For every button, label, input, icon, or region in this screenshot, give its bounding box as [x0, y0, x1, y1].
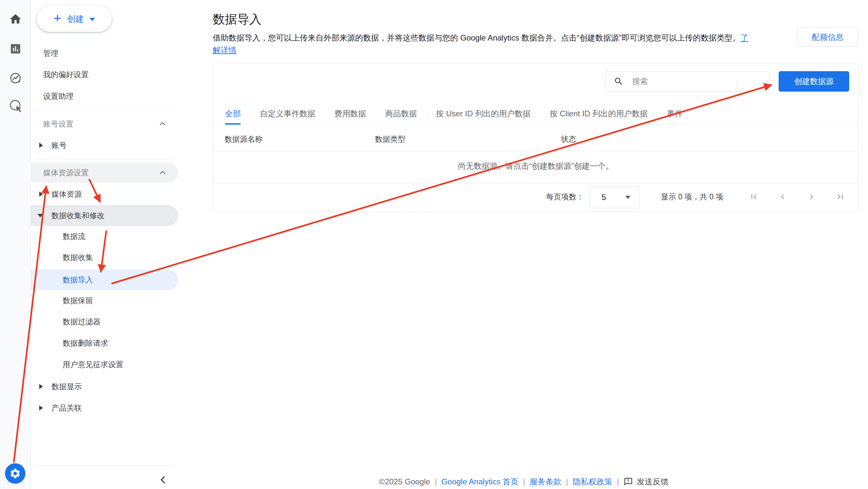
collapse-arrow-icon [38, 214, 43, 218]
ga4-admin-page: + 创建 管理 我的偏好设置 设置助理 账号设置 账号 媒体资源设置 [0, 0, 868, 489]
chevron-up-icon [159, 120, 166, 128]
sidebar-divider [37, 465, 174, 466]
page-description: 借助数据导入，您可以上传来自外部来源的数据，并将这些数据与您的 Google A… [213, 32, 788, 56]
search-input[interactable] [632, 77, 757, 86]
admin-gear-icon[interactable] [5, 463, 25, 484]
pagination-range-text: 显示 0 项，共 0 项 [661, 192, 723, 202]
column-header-data-type: 数据类型 [375, 128, 405, 150]
section-header-account-settings[interactable]: 账号设置 [31, 115, 178, 133]
page-footer: ©2025 Google | Google Analytics 首页 | 服务条… [179, 477, 868, 487]
expand-arrow-icon [39, 143, 43, 148]
reports-icon[interactable] [8, 41, 23, 56]
plus-icon: + [54, 11, 61, 25]
sidebar-item-data-deletion-requests[interactable]: 数据删除请求 [31, 334, 178, 352]
pagination-divider [213, 183, 859, 183]
expand-arrow-icon [39, 384, 43, 389]
create-button[interactable]: + 创建 [37, 6, 112, 32]
footer-link-ga-home[interactable]: Google Analytics 首页 [442, 477, 519, 487]
search-field[interactable] [606, 71, 769, 92]
sidebar-item-admin[interactable]: 管理 [31, 44, 178, 63]
chevron-down-icon [90, 18, 95, 21]
data-type-tabs: 全部 自定义事件数据 费用数据 商品数据 按 User ID 列出的用户数据 按… [225, 102, 683, 125]
tab-item-data[interactable]: 商品数据 [385, 102, 417, 125]
prev-page-button[interactable] [777, 191, 788, 202]
sidebar-item-setup-assistant[interactable]: 设置助理 [31, 87, 178, 105]
tabs-divider [213, 125, 859, 125]
quota-info-button[interactable]: 配额信息 [798, 28, 858, 47]
tab-all[interactable]: 全部 [225, 102, 241, 125]
create-button-label: 创建 [67, 13, 84, 24]
sidebar-item-data-streams[interactable]: 数据流 [31, 227, 178, 246]
page-title: 数据导入 [213, 11, 261, 28]
empty-state-message: 尚无数据源。请点击“创建数据源”创建一个。 [213, 161, 859, 171]
sidebar-item-data-display[interactable]: 数据显示 [31, 377, 178, 396]
rows-per-page-label: 每页项数： [546, 192, 584, 202]
admin-sidebar: + 创建 管理 我的偏好设置 设置助理 账号设置 账号 媒体资源设置 [31, 0, 179, 489]
next-page-button[interactable] [806, 191, 817, 202]
search-icon [614, 76, 624, 86]
page-description-text: 借助数据导入，您可以上传来自外部来源的数据，并将这些数据与您的 Google A… [213, 33, 740, 42]
sidebar-item-data-collection[interactable]: 数据收集和修改 [31, 205, 178, 226]
column-header-source-name: 数据源名称 [225, 128, 262, 150]
create-data-source-button[interactable]: 创建数据源 [779, 71, 849, 92]
feedback-icon [624, 477, 633, 486]
column-header-status: 状态 [561, 128, 576, 150]
tab-event-data[interactable]: 事件 [667, 102, 683, 125]
sidebar-item-data-retention[interactable]: 数据保留 [31, 291, 178, 310]
sidebar-item-property[interactable]: 媒体资源 [31, 185, 178, 203]
sidebar-item-data-collection-sub[interactable]: 数据收集 [31, 248, 178, 267]
expand-arrow-icon [39, 405, 43, 411]
expand-arrow-icon [39, 191, 43, 197]
explore-icon[interactable] [8, 71, 23, 85]
chevron-up-icon [159, 169, 166, 176]
chevron-down-icon [625, 196, 630, 199]
copyright-text: ©2025 Google [379, 477, 430, 486]
footer-link-privacy[interactable]: 隐私权政策 [573, 477, 612, 487]
nav-rail [0, 0, 31, 489]
sidebar-item-data-import-selected[interactable]: 数据导入 [31, 269, 178, 290]
section-header-property-settings[interactable]: 媒体资源设置 [31, 163, 178, 183]
table-header-divider [213, 151, 859, 151]
sidebar-item-my-preferences[interactable]: 我的偏好设置 [31, 65, 178, 84]
tab-user-data-by-client-id[interactable]: 按 Client ID 列出的用户数据 [550, 102, 648, 125]
sidebar-divider [37, 111, 174, 111]
footer-link-terms[interactable]: 服务条款 [530, 477, 561, 487]
sidebar-item-consent-settings[interactable]: 用户意见征求设置 [31, 355, 178, 374]
sidebar-item-product-links[interactable]: 产品关联 [31, 399, 178, 417]
tab-cost-data[interactable]: 费用数据 [334, 102, 366, 125]
collapse-sidebar-icon[interactable] [158, 475, 168, 485]
rows-per-page-select[interactable]: 5 [590, 187, 640, 208]
tab-user-data-by-user-id[interactable]: 按 User ID 列出的用户数据 [436, 102, 531, 125]
sidebar-item-data-filters[interactable]: 数据过滤器 [31, 313, 178, 331]
tab-custom-event-data[interactable]: 自定义事件数据 [260, 102, 315, 125]
home-icon[interactable] [8, 12, 23, 26]
last-page-button[interactable] [835, 191, 846, 202]
sidebar-divider [37, 159, 174, 159]
first-page-button[interactable] [748, 191, 760, 202]
data-sources-card: 创建数据源 全部 自定义事件数据 费用数据 商品数据 按 User ID 列出的… [213, 63, 859, 212]
send-feedback[interactable]: 发送反馈 [624, 477, 669, 487]
sidebar-item-account[interactable]: 账号 [31, 136, 178, 155]
advertising-icon[interactable] [8, 98, 23, 113]
